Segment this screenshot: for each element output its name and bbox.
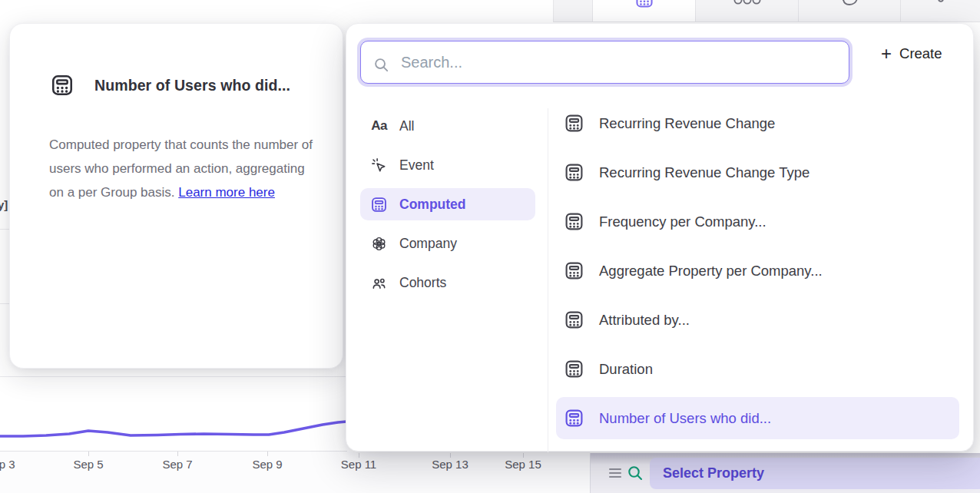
- x-axis-label: Sep 15: [505, 458, 541, 471]
- calculator-icon: [50, 73, 74, 98]
- property-picker-popover: + Create AaAllEventComputedCompanyCohort…: [346, 23, 974, 452]
- plus-icon: +: [881, 45, 892, 63]
- property-list-item[interactable]: Duration: [556, 348, 959, 390]
- x-axis-tick: [88, 452, 89, 456]
- category-label: Computed: [399, 197, 466, 213]
- category-all[interactable]: AaAll: [360, 110, 535, 142]
- x-axis-label: Sep 13: [432, 458, 468, 471]
- calculator-icon: [564, 211, 584, 232]
- event-cursor-icon: [370, 157, 388, 174]
- property-label: Recurring Revenue Change: [599, 115, 775, 132]
- calculator-icon: [564, 408, 584, 428]
- property-list: Recurring Revenue ChangeRecurring Revenu…: [556, 102, 959, 439]
- search-field-wrapper: [357, 38, 853, 87]
- x-axis-tick: [177, 452, 178, 456]
- property-list-item[interactable]: Recurring Revenue Change: [556, 102, 959, 144]
- category-label: Company: [399, 236, 457, 252]
- category-company[interactable]: Company: [360, 227, 535, 260]
- calculator-icon: [634, 0, 654, 9]
- drag-handle-icon[interactable]: [609, 468, 621, 478]
- clipped-tab-icon[interactable]: [936, 0, 945, 8]
- category-list: AaAllEventComputedCompanyCohorts: [360, 110, 535, 299]
- tooltip-title: Number of Users who did...: [94, 77, 290, 94]
- category-event[interactable]: Event: [360, 149, 535, 181]
- category-computed[interactable]: Computed: [360, 188, 535, 220]
- create-button-label: Create: [899, 45, 942, 62]
- x-axis-line: [0, 451, 347, 452]
- calculator-icon: [564, 359, 584, 379]
- category-label: Cohorts: [399, 275, 446, 291]
- app-screen: y] Sep 3 Sep 5 Sep 7 Sep 9 Sep 11 Sep 13…: [0, 0, 980, 493]
- search-input[interactable]: [360, 41, 849, 84]
- property-list-item[interactable]: Frequency per Company...: [556, 200, 959, 243]
- panel-divider: [0, 376, 347, 377]
- x-axis-tick: [267, 452, 268, 456]
- property-list-item[interactable]: Recurring Revenue Change Type: [556, 151, 959, 194]
- metric-builder-row: Select Property: [590, 453, 980, 493]
- occluded-row-divider: [0, 303, 9, 304]
- green-search-icon: [626, 464, 644, 482]
- create-button[interactable]: + Create: [881, 45, 942, 63]
- x-axis-label: Sep 9: [252, 458, 282, 471]
- company-icon: [370, 235, 388, 253]
- calculator-icon: [564, 260, 584, 281]
- calculator-icon: [564, 113, 584, 134]
- property-tooltip-card: Number of Users who did... Computed prop…: [9, 23, 343, 369]
- numeric-tab-icon[interactable]: [732, 0, 763, 8]
- select-property-button[interactable]: Select Property: [650, 458, 980, 489]
- property-list-item[interactable]: Attributed by...: [556, 299, 959, 341]
- tab-bar: [553, 0, 980, 22]
- occluded-row-divider: [0, 229, 9, 230]
- retention-tab-icon[interactable]: [839, 0, 861, 8]
- tab-separator: [798, 0, 799, 22]
- category-label: All: [399, 118, 414, 134]
- tab-separator: [900, 0, 901, 22]
- calculator-icon: [564, 162, 584, 183]
- column-divider: [548, 108, 548, 452]
- property-list-item[interactable]: Number of Users who did...: [556, 397, 959, 439]
- x-axis-label: Sep 5: [73, 458, 103, 471]
- x-axis-label: Sep 3: [0, 458, 15, 471]
- property-label: Attributed by...: [599, 312, 690, 329]
- x-axis-label: Sep 11: [341, 458, 376, 471]
- x-axis-label: Sep 7: [162, 458, 192, 471]
- select-property-label: Select Property: [663, 465, 764, 481]
- category-label: Event: [399, 157, 434, 174]
- property-label: Duration: [599, 361, 653, 378]
- property-list-item[interactable]: Aggregate Property per Company...: [556, 250, 959, 292]
- property-label: Recurring Revenue Change Type: [599, 164, 809, 181]
- property-label: Number of Users who did...: [599, 410, 771, 427]
- learn-more-link[interactable]: Learn more here: [178, 185, 275, 200]
- calculator-icon: [564, 309, 584, 330]
- search-icon: [372, 56, 390, 74]
- text-aa-icon: Aa: [370, 117, 388, 135]
- category-cohorts[interactable]: Cohorts: [360, 266, 535, 299]
- property-label: Frequency per Company...: [599, 213, 766, 230]
- property-label: Aggregate Property per Company...: [599, 263, 823, 280]
- cohorts-icon: [370, 274, 388, 292]
- tooltip-description: Computed property that counts the number…: [49, 133, 323, 204]
- calculator-icon: [370, 196, 388, 213]
- tab-computed-active[interactable]: [592, 0, 696, 22]
